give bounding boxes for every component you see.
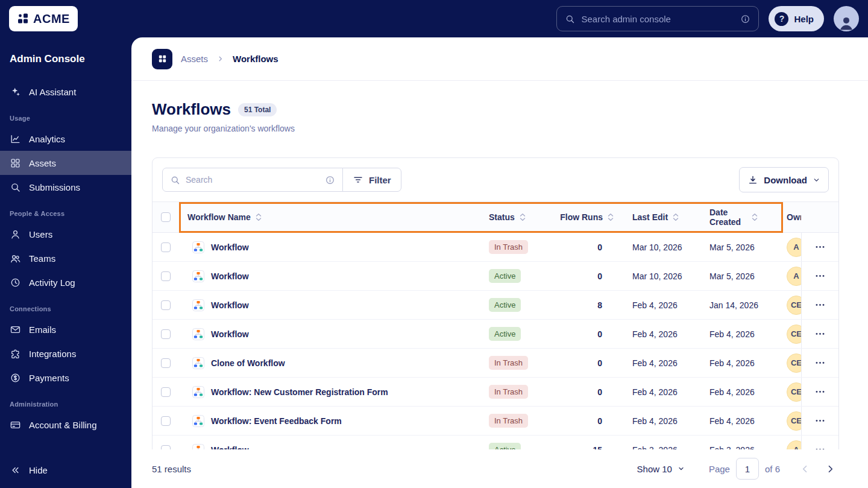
header-flow-runs[interactable]: Flow Runs [553, 212, 625, 222]
chevron-right-icon [216, 55, 224, 63]
row-more-button[interactable] [811, 325, 829, 343]
admin-search[interactable] [556, 6, 759, 31]
workflow-name-link[interactable]: Workflow [211, 242, 249, 252]
status-badge: Active [489, 327, 521, 341]
table-search[interactable] [162, 168, 343, 192]
sidebar-item-label: Integrations [29, 349, 76, 359]
info-icon[interactable] [740, 14, 750, 24]
sidebar-item-label: AI Assistant [29, 87, 76, 97]
sidebar-item-teams[interactable]: Teams [0, 246, 131, 270]
header-date-created[interactable]: Date Created [702, 208, 779, 227]
dollar-icon [10, 372, 21, 384]
sidebar-item-submissions[interactable]: Submissions [0, 175, 131, 199]
filter-label: Filter [369, 175, 391, 185]
sidebar-item-activity-log[interactable]: Activity Log [0, 270, 131, 294]
sidebar-item-assets[interactable]: Assets [0, 151, 131, 175]
workflow-name-link[interactable]: Workflow [211, 300, 249, 310]
row-more-button[interactable] [811, 296, 829, 314]
next-page-button[interactable] [820, 458, 840, 479]
sidebar-item-payments[interactable]: Payments [0, 366, 131, 390]
table-row[interactable]: Workflow Active 0 Mar 10, 2026 Mar 5, 20… [153, 262, 838, 291]
last-edit-value: Feb 4, 2026 [632, 387, 678, 397]
table-search-input[interactable] [186, 175, 319, 185]
section-label-connections: Connections [0, 294, 131, 317]
row-more-button[interactable] [811, 382, 829, 401]
row-checkbox[interactable] [161, 387, 171, 397]
table-row[interactable]: Workflow Active 8 Feb 4, 2026 Jan 14, 20… [153, 291, 838, 320]
filter-button[interactable]: Filter [342, 168, 401, 192]
workflow-name-link[interactable]: Workflow: New Customer Registration Form [211, 387, 388, 397]
status-badge: In Trash [489, 414, 528, 428]
workflow-name-link[interactable]: Clone of Workflow [211, 358, 285, 368]
workflow-icon [192, 241, 204, 253]
workflow-name-link[interactable]: Workflow [211, 329, 249, 339]
prev-page-button[interactable] [794, 458, 815, 479]
sidebar-item-users[interactable]: Users [0, 222, 131, 246]
row-checkbox[interactable] [161, 416, 171, 426]
header-last-edit[interactable]: Last Edit [625, 212, 702, 222]
date-created-value: Mar 5, 2026 [709, 271, 755, 281]
chevron-right-icon [825, 463, 836, 475]
header-status[interactable]: Status [480, 212, 553, 222]
sidebar-item-ai-assistant[interactable]: AI Assistant [0, 80, 131, 104]
table-row[interactable]: Workflow: New Customer Registration Form… [153, 378, 838, 407]
row-checkbox[interactable] [161, 300, 171, 310]
page-size-select[interactable]: Show 10 [637, 464, 685, 474]
admin-search-input[interactable] [581, 14, 734, 24]
results-count: 51 results [152, 464, 191, 474]
breadcrumb: Assets Workflows [131, 37, 868, 81]
table-row[interactable]: Workflow In Trash 0 Mar 10, 2026 Mar 5, … [153, 233, 838, 262]
table-row[interactable]: Clone of Workflow In Trash 0 Feb 4, 2026… [153, 349, 838, 378]
topbar: ACME ? Help [0, 0, 868, 37]
more-dots-icon [814, 415, 826, 426]
more-dots-icon [814, 299, 826, 311]
more-dots-icon [814, 241, 826, 253]
info-icon[interactable] [325, 175, 335, 185]
workflow-name-link[interactable]: Workflow [211, 271, 249, 281]
sort-icon [607, 213, 614, 221]
flow-runs-value: 0 [597, 329, 602, 339]
row-checkbox[interactable] [161, 329, 171, 339]
workflow-name-link[interactable]: Workflow: Event Feedback Form [211, 416, 342, 426]
page-number-input[interactable] [736, 458, 759, 480]
status-badge: In Trash [489, 385, 528, 399]
row-checkbox[interactable] [161, 242, 171, 252]
sort-icon [751, 213, 758, 221]
sidebar-item-emails[interactable]: Emails [0, 317, 131, 341]
table-row[interactable]: Workflow: Event Feedback Form In Trash 0… [153, 407, 838, 436]
sidebar-item-integrations[interactable]: Integrations [0, 341, 131, 366]
main-panel: Assets Workflows Workflows 51 Total Mana… [131, 37, 868, 488]
row-more-button[interactable] [811, 353, 829, 372]
flow-runs-value: 0 [597, 242, 602, 252]
row-more-button[interactable] [811, 411, 829, 430]
help-button[interactable]: ? Help [769, 6, 824, 31]
last-edit-value: Feb 4, 2026 [632, 416, 678, 426]
acme-logo[interactable]: ACME [9, 6, 78, 31]
row-more-button[interactable] [811, 267, 829, 285]
sidebar-item-label: Submissions [29, 182, 80, 192]
status-badge: In Trash [489, 356, 528, 370]
header-workflow-name[interactable]: Workflow Name [179, 212, 480, 222]
row-checkbox[interactable] [161, 358, 171, 368]
download-button[interactable]: Download [739, 167, 829, 192]
sort-icon [519, 213, 526, 221]
sidebar-item-account-billing[interactable]: Account & Billing [0, 413, 131, 437]
person-icon [837, 13, 855, 31]
page-of-label: of 6 [765, 464, 780, 474]
assets-icon-button[interactable] [152, 49, 172, 69]
workflow-icon [192, 357, 204, 369]
chevrons-left-icon [10, 464, 21, 476]
breadcrumb-assets[interactable]: Assets [181, 54, 208, 64]
user-avatar[interactable] [834, 6, 859, 31]
row-more-button[interactable] [811, 238, 829, 256]
workflow-icon [192, 299, 204, 311]
sort-icon [255, 213, 262, 221]
table-toolbar: Filter Download [153, 158, 838, 201]
sidebar-item-analytics[interactable]: Analytics [0, 127, 131, 151]
row-checkbox[interactable] [161, 271, 171, 281]
hide-sidebar-button[interactable]: Hide [0, 458, 131, 482]
table-row[interactable]: Workflow Active 0 Feb 4, 2026 Feb 4, 202… [153, 320, 838, 349]
select-all-checkbox[interactable] [161, 212, 171, 222]
workflows-table: Workflow Name Status Flow Runs Last Edit [153, 201, 838, 464]
section-label-administration: Administration [0, 390, 131, 413]
